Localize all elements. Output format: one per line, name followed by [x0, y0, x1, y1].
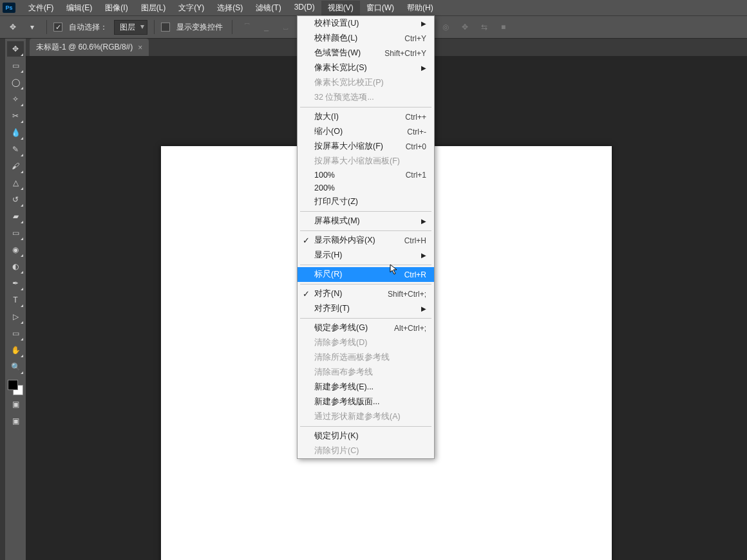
show-transform-checkbox[interactable]	[161, 23, 170, 32]
eyedropper-tool[interactable]: 💧	[7, 125, 24, 140]
camera-icon[interactable]: ■	[496, 19, 511, 35]
menu-item-label: 显示(H)	[314, 250, 342, 261]
menubar: Ps 文件(F)编辑(E)图像(I)图层(L)文字(Y)选择(S)滤镜(T)3D…	[0, 0, 747, 15]
crop-tool[interactable]: ✂	[7, 108, 24, 124]
zoom-tool[interactable]: 🔍	[7, 359, 24, 375]
menu-帮助[interactable]: 帮助(H)	[401, 1, 440, 15]
menu-item-label: 放大(I)	[314, 111, 339, 122]
menu-item-label: 显示额外内容(X)	[314, 235, 375, 246]
marquee-tool[interactable]: ▭	[7, 58, 24, 73]
lasso-tool[interactable]: ◯	[7, 75, 24, 90]
menu-item[interactable]: 新建参考线(E)...	[298, 380, 434, 395]
view-menu-dropdown: 校样设置(U)▶校样颜色(L)Ctrl+Y色域警告(W)Shift+Ctrl+Y…	[297, 15, 435, 459]
menu-选择[interactable]: 选择(S)	[211, 1, 249, 15]
menu-3[interactable]: 3D(D)	[288, 1, 321, 15]
menu-item[interactable]: 显示(H)▶	[298, 248, 434, 263]
pen-tool[interactable]: ✒	[7, 275, 24, 291]
panel-tab-strip[interactable]	[0, 39, 5, 560]
close-icon[interactable]: ×	[138, 43, 142, 52]
menu-item[interactable]: 放大(I)Ctrl++	[298, 109, 434, 124]
roll-icon[interactable]: ◎	[438, 19, 453, 35]
chevron-down-icon[interactable]: ▾	[24, 19, 40, 35]
divider	[232, 20, 232, 34]
color-swatch[interactable]	[8, 380, 23, 395]
menu-item[interactable]: 像素长宽比(S)▶	[298, 61, 434, 75]
eraser-tool[interactable]: ▰	[7, 209, 24, 224]
screen-mode-icon[interactable]: ▣	[7, 413, 24, 429]
blur-tool[interactable]: ◉	[7, 242, 24, 257]
menu-图层[interactable]: 图层(L)	[135, 1, 173, 15]
menu-item-label: 清除切片(C)	[314, 445, 359, 456]
menu-item-label: 清除画布参考线	[314, 367, 373, 378]
dodge-tool[interactable]: ◐	[7, 259, 24, 274]
menu-separator	[300, 284, 431, 285]
slide-icon[interactable]: ⇆	[477, 19, 492, 35]
menu-item[interactable]: 校样颜色(L)Ctrl+Y	[298, 31, 434, 46]
submenu-arrow-icon: ▶	[421, 305, 426, 312]
menu-item-label: 按屏幕大小缩放画板(F)	[314, 156, 400, 167]
menu-shortcut: Ctrl+0	[406, 142, 426, 151]
menu-item-label: 标尺(R)	[314, 269, 342, 280]
menu-item: 按屏幕大小缩放画板(F)	[298, 154, 434, 169]
menu-item-label: 新建参考线版面...	[314, 397, 379, 407]
menu-item[interactable]: 按屏幕大小缩放(F)Ctrl+0	[298, 139, 434, 154]
menu-separator	[300, 318, 431, 319]
menu-item-label: 像素长宽比(S)	[314, 62, 367, 73]
hand-tool[interactable]: ✋	[7, 342, 24, 358]
menu-滤镜[interactable]: 滤镜(T)	[249, 1, 287, 15]
move-tool[interactable]: ✥	[7, 41, 24, 57]
menu-item[interactable]: ✓对齐(N)Shift+Ctrl+;	[298, 286, 434, 301]
menu-item[interactable]: 100%Ctrl+1	[298, 169, 434, 182]
menu-item[interactable]: 屏幕模式(M)▶	[298, 214, 434, 229]
menu-item[interactable]: 新建参考线版面...	[298, 395, 434, 409]
submenu-arrow-icon: ▶	[421, 64, 426, 71]
menu-shortcut: Ctrl+H	[404, 236, 426, 245]
menu-item: 清除切片(C)	[298, 443, 434, 458]
history-brush-tool[interactable]: ↺	[7, 192, 24, 207]
menu-item[interactable]: 缩小(O)Ctrl+-	[298, 124, 434, 139]
pan-icon[interactable]: ✥	[457, 19, 473, 35]
submenu-arrow-icon: ▶	[421, 252, 426, 259]
menu-shortcut: Ctrl+Y	[404, 34, 426, 43]
menu-item-label: 锁定参考线(G)	[314, 322, 368, 333]
auto-select-label: 自动选择：	[69, 22, 108, 33]
menu-文字[interactable]: 文字(Y)	[172, 1, 211, 15]
menu-item[interactable]: 打印尺寸(Z)	[298, 194, 434, 209]
path-select-tool[interactable]: ▷	[7, 309, 24, 324]
menu-item-label: 打印尺寸(Z)	[314, 196, 358, 207]
menu-视图[interactable]: 视图(V)	[321, 1, 360, 15]
align-bottom-icon[interactable]: ⎵	[278, 19, 293, 35]
menu-item: 像素长宽比校正(P)	[298, 75, 434, 90]
align-vcenter-icon[interactable]: ⎯	[258, 19, 274, 35]
menu-item[interactable]: 锁定切片(K)	[298, 429, 434, 443]
menu-item[interactable]: 校样设置(U)▶	[298, 16, 434, 31]
menu-item[interactable]: 对齐到(T)▶	[298, 301, 434, 316]
menu-separator	[300, 211, 431, 212]
menu-item[interactable]: 200%	[298, 182, 434, 194]
magic-wand-tool[interactable]: ✧	[7, 91, 24, 107]
menu-编辑[interactable]: 编辑(E)	[60, 1, 99, 15]
shape-tool[interactable]: ▭	[7, 326, 24, 341]
document-tab[interactable]: 未标题-1 @ 60.6%(RGB/8#) ×	[30, 39, 149, 56]
menu-窗口[interactable]: 窗口(W)	[360, 1, 401, 15]
quick-mask-icon[interactable]: ▣	[7, 397, 24, 412]
menu-item: 32 位预览选项...	[298, 90, 434, 105]
menu-item-label: 对齐到(T)	[314, 303, 350, 314]
layer-select[interactable]: 图层	[114, 20, 147, 35]
auto-select-checkbox[interactable]	[53, 23, 62, 32]
menu-item-label: 锁定切片(K)	[314, 431, 359, 442]
align-top-icon[interactable]: ⎴	[239, 19, 254, 35]
menu-item-label: 校样颜色(L)	[314, 33, 357, 44]
menu-item[interactable]: 标尺(R)Ctrl+R	[298, 267, 434, 282]
menu-item[interactable]: 锁定参考线(G)Alt+Ctrl+;	[298, 321, 434, 335]
menu-图像[interactable]: 图像(I)	[99, 1, 134, 15]
menu-item[interactable]: ✓显示额外内容(X)Ctrl+H	[298, 233, 434, 248]
menu-文件[interactable]: 文件(F)	[22, 1, 60, 15]
type-tool[interactable]: T	[7, 292, 24, 308]
check-icon: ✓	[303, 236, 310, 245]
brush-tool[interactable]: 🖌	[7, 158, 24, 174]
clone-stamp-tool[interactable]: △	[7, 175, 24, 191]
menu-item[interactable]: 色域警告(W)Shift+Ctrl+Y	[298, 46, 434, 61]
spot-heal-tool[interactable]: ✎	[7, 142, 24, 157]
gradient-tool[interactable]: ▭	[7, 225, 24, 241]
